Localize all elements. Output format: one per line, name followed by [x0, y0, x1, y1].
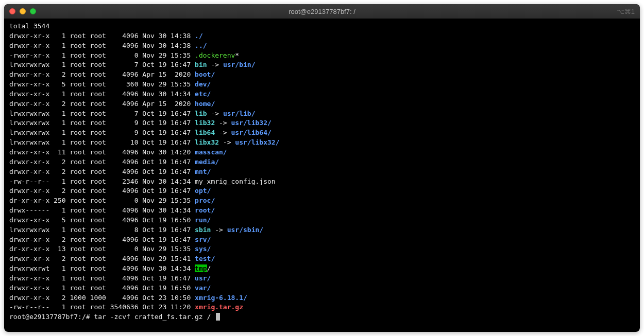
size: 0 — [110, 197, 139, 204]
date: Oct 19 16:47 — [142, 187, 191, 194]
perm: drwx------ — [9, 206, 49, 214]
owner: root — [70, 158, 86, 166]
size: 4096 — [110, 168, 139, 175]
owner: root — [70, 284, 86, 292]
links: 1 — [54, 284, 65, 292]
links: 1 — [54, 138, 65, 146]
terminal-window: root@e29137787bf7: / ⌥⌘1 total 3544 drwx… — [4, 4, 640, 332]
close-button[interactable] — [9, 8, 15, 14]
size: 4096 — [110, 206, 139, 214]
perm: drwxr-xr-x — [9, 90, 49, 98]
size: 4096 — [110, 284, 139, 292]
date: Oct 23 11:20 — [142, 303, 191, 311]
minimize-button[interactable] — [20, 8, 26, 14]
perm: dr-xr-xr-x — [9, 245, 49, 253]
links: 1 — [54, 178, 65, 185]
owner: root — [70, 90, 86, 98]
prompt-text: root@e29137787bf7:/# — [9, 313, 90, 321]
size: 4096 — [110, 32, 139, 40]
filename: srv/ — [195, 236, 211, 243]
date: Oct 19 16:47 — [142, 129, 191, 136]
links: 2 — [54, 100, 65, 108]
perm: drwxr-xr-x — [9, 80, 49, 88]
date: Oct 19 16:47 — [142, 61, 191, 68]
size: 4096 — [110, 216, 139, 224]
symlink-target: usr/bin/ — [223, 61, 256, 68]
date: Oct 19 16:47 — [142, 138, 191, 146]
filename: test/ — [195, 255, 215, 262]
maximize-button[interactable] — [30, 8, 36, 14]
date: Nov 29 15:41 — [142, 255, 191, 262]
owner: root — [70, 42, 86, 49]
filename: opt/ — [195, 187, 211, 194]
perm: lrwxrwxrwx — [9, 119, 49, 127]
prompt-line: root@e29137787bf7:/# tar -zcvf crafted_f… — [9, 313, 220, 321]
symlink-arrow: -> — [215, 129, 231, 136]
perm: lrwxrwxrwx — [9, 138, 49, 146]
date: Oct 19 16:47 — [142, 119, 191, 127]
date: Nov 30 14:34 — [142, 178, 191, 185]
links: 1 — [54, 129, 65, 136]
size: 9 — [110, 129, 139, 136]
perm: drwxr-xr-x — [9, 100, 49, 108]
window-title: root@e29137787bf7: / — [289, 8, 355, 15]
date: Oct 19 16:47 — [142, 158, 191, 166]
group: root — [90, 274, 106, 282]
group: root — [90, 148, 106, 156]
filename: ./ — [195, 32, 203, 40]
filename: sbin — [195, 226, 211, 234]
group: root — [90, 303, 106, 311]
links: 2 — [54, 187, 65, 194]
group: root — [90, 187, 106, 194]
owner: root — [70, 274, 86, 282]
group: root — [90, 61, 106, 68]
traffic-lights — [9, 8, 36, 14]
filename: var/ — [195, 284, 211, 292]
date: Oct 19 16:47 — [142, 274, 191, 282]
perm: drwxr-xr-x — [9, 274, 49, 282]
command-input[interactable]: tar -zcvf crafted_fs.tar.gz / — [94, 313, 211, 321]
symlink-arrow: -> — [215, 119, 231, 127]
perm: lrwxrwxrwx — [9, 129, 49, 136]
suffix: * — [235, 51, 239, 59]
date: Oct 19 16:47 — [142, 226, 191, 234]
owner: root — [70, 70, 86, 78]
symlink-arrow: -> — [211, 226, 227, 234]
links: 1 — [54, 110, 65, 117]
group: root — [90, 255, 106, 262]
links: 13 — [54, 245, 65, 253]
links: 1 — [54, 206, 65, 214]
owner: root — [70, 245, 86, 253]
perm: drwxr-xr-x — [9, 236, 49, 243]
links: 5 — [54, 216, 65, 224]
filename: media/ — [195, 158, 219, 166]
links: 1 — [54, 303, 65, 311]
perm: drwxr-xr-x — [9, 216, 49, 224]
date: Nov 30 14:38 — [142, 42, 191, 49]
perm: drwxr-xr-x — [9, 284, 49, 292]
date: Nov 30 14:34 — [142, 206, 191, 214]
size: 4096 — [110, 274, 139, 282]
size: 0 — [110, 245, 139, 253]
owner: root — [70, 110, 86, 117]
perm: drwxr-xr-x — [9, 148, 49, 156]
terminal-body[interactable]: total 3544 drwxr-xr-x 1 root root 4096 N… — [4, 19, 640, 332]
filename: sys/ — [195, 245, 211, 253]
filename: boot/ — [195, 70, 215, 78]
group: root — [90, 168, 106, 175]
size: 4096 — [110, 236, 139, 243]
owner: root — [70, 226, 86, 234]
filename: masscan/ — [195, 148, 227, 156]
filename: xmrig-6.18.1/ — [195, 294, 247, 302]
filename: dev/ — [195, 80, 211, 88]
group: root — [90, 264, 106, 272]
filename: etc/ — [195, 90, 211, 98]
date: Oct 19 16:50 — [142, 284, 191, 292]
perm: drwxr-xr-x — [9, 70, 49, 78]
size: 360 — [110, 80, 139, 88]
perm: lrwxrwxrwx — [9, 61, 49, 68]
filename: mnt/ — [195, 168, 211, 175]
group: root — [90, 51, 106, 59]
group: root — [90, 284, 106, 292]
group: root — [90, 70, 106, 78]
